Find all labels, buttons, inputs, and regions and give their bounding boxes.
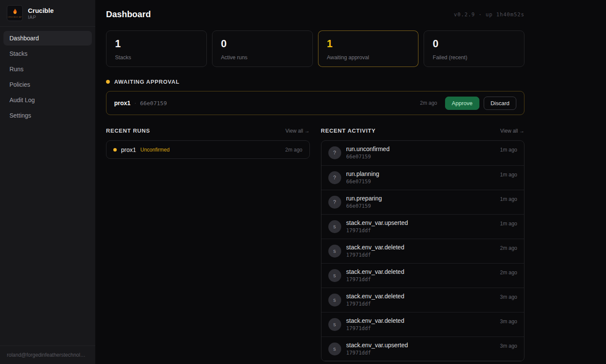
- activity-time: 2m ago: [500, 245, 517, 251]
- stat-card-stacks: 1 Stacks: [106, 30, 207, 67]
- stat-label: Failed (recent): [433, 55, 515, 61]
- activity-item: s stack.env_var.deleted 17971ddf 3m ago: [321, 288, 524, 312]
- activity-time: 1m ago: [500, 221, 517, 227]
- activity-time: 2m ago: [500, 270, 517, 276]
- sidebar: CRUCIBLE IAP Crucible IAP Dashboard Stac…: [0, 0, 95, 364]
- activity-title: stack.env_var.deleted: [346, 317, 404, 324]
- stat-cards: 1 Stacks 0 Active runs 1 Awaiting approv…: [106, 30, 524, 67]
- recent-runs-heading: RECENT RUNS: [106, 127, 150, 134]
- stat-value: 1: [115, 38, 198, 49]
- run-name: prox1: [121, 146, 136, 153]
- sidebar-item-dashboard[interactable]: Dashboard: [3, 31, 92, 46]
- run-event-icon: ?: [328, 146, 341, 159]
- recent-runs-section: RECENT RUNS View all → prox1 Unconfirmed…: [106, 127, 310, 361]
- stat-card-awaiting-approval: 1 Awaiting approval: [318, 30, 419, 67]
- page-title: Dashboard: [106, 9, 151, 19]
- run-status-badge: Unconfirmed: [140, 147, 170, 153]
- recent-activity-view-all-link[interactable]: View all →: [500, 128, 524, 134]
- activity-time: 1m ago: [500, 147, 517, 153]
- sidebar-nav: Dashboard Stacks Runs Policies Audit Log…: [0, 27, 95, 128]
- activity-hash: 66e07159: [346, 154, 390, 160]
- activity-item: s stack.env_var.deleted 17971ddf 2m ago: [321, 239, 524, 263]
- sidebar-item-audit-log[interactable]: Audit Log: [3, 93, 92, 107]
- activity-title: run.unconfirmed: [346, 146, 390, 152]
- activity-time: 1m ago: [500, 172, 517, 178]
- activity-time: 3m ago: [500, 318, 517, 325]
- user-email: roland@forgedinfeatherstechnol…: [0, 346, 95, 364]
- activity-item: s stack.env_var.deleted 17971ddf 2m ago: [321, 263, 524, 288]
- approval-run-hash: 66e07159: [140, 100, 167, 106]
- stack-event-icon: s: [328, 343, 341, 355]
- activity-item: ? run.preparing 66e07159 1m ago: [321, 190, 524, 214]
- activity-hash: 17971ddf: [346, 350, 408, 356]
- recent-runs-view-all-link[interactable]: View all →: [285, 128, 309, 134]
- stat-value: 0: [221, 38, 304, 49]
- activity-item: s stack.env_var.upserted 17971ddf 1m ago: [321, 214, 524, 239]
- run-event-icon: ?: [328, 171, 341, 184]
- sidebar-item-stacks[interactable]: Stacks: [3, 46, 92, 61]
- stat-label: Stacks: [115, 55, 198, 61]
- activity-hash: 17971ddf: [346, 252, 404, 258]
- stack-event-icon: s: [328, 245, 341, 258]
- activity-time: 1m ago: [500, 196, 517, 202]
- activity-hash: 66e07159: [346, 203, 382, 209]
- activity-hash: 17971ddf: [346, 228, 408, 234]
- run-time: 2m ago: [285, 147, 302, 153]
- awaiting-dot-icon: [106, 80, 110, 84]
- sidebar-item-policies[interactable]: Policies: [3, 77, 92, 92]
- activity-item: ? run.unconfirmed 66e07159 1m ago: [321, 141, 524, 165]
- activity-title: run.planning: [346, 170, 379, 177]
- activity-hash: 66e07159: [346, 179, 379, 185]
- crucible-flame-icon: [12, 9, 18, 15]
- activity-item: ? run.planning 66e07159 1m ago: [321, 165, 524, 190]
- stat-label: Active runs: [221, 55, 304, 61]
- approval-stack-name: prox1: [114, 100, 130, 106]
- app-subtitle: IAP: [28, 15, 54, 20]
- approval-time: 2m ago: [420, 100, 437, 106]
- awaiting-approval-panel: prox1 · 66e07159 2m ago Approve Discard: [106, 91, 524, 115]
- stat-card-failed-recent: 0 Failed (recent): [424, 30, 524, 67]
- activity-title: stack.env_var.upserted: [346, 219, 408, 226]
- app-logo: CRUCIBLE IAP: [7, 5, 23, 21]
- stat-value: 0: [433, 38, 515, 49]
- recent-activity-heading: RECENT ACTIVITY: [321, 127, 376, 134]
- app-name: Crucible: [28, 7, 54, 14]
- stat-value: 1: [327, 38, 410, 49]
- activity-title: stack.env_var.upserted: [346, 342, 408, 349]
- activity-title: stack.env_var.deleted: [346, 268, 404, 275]
- run-list-item[interactable]: prox1 Unconfirmed 2m ago: [106, 140, 310, 159]
- stat-label: Awaiting approval: [327, 55, 410, 61]
- stack-event-icon: s: [328, 269, 341, 282]
- activity-hash: 17971ddf: [346, 276, 404, 282]
- logo-caption: CRUCIBLE IAP: [8, 16, 22, 18]
- run-event-icon: ?: [328, 196, 341, 209]
- separator: ·: [134, 100, 136, 106]
- discard-button[interactable]: Discard: [484, 97, 516, 110]
- approve-button[interactable]: Approve: [445, 97, 479, 110]
- stack-event-icon: s: [328, 294, 341, 306]
- activity-title: stack.env_var.deleted: [346, 293, 404, 300]
- approval-row: prox1 · 66e07159 2m ago Approve Discard: [106, 91, 524, 115]
- activity-hash: 17971ddf: [346, 301, 404, 307]
- stat-card-active-runs: 0 Active runs: [212, 30, 313, 67]
- activity-title: stack.env_var.deleted: [346, 244, 404, 251]
- activity-list: ? run.unconfirmed 66e07159 1m ago ? run.…: [321, 140, 525, 361]
- run-status-dot-icon: [113, 148, 117, 152]
- activity-time: 3m ago: [500, 343, 517, 349]
- activity-item: s stack.env_var.upserted 17971ddf 3m ago: [321, 337, 524, 361]
- sidebar-item-settings[interactable]: Settings: [3, 108, 92, 123]
- recent-activity-section: RECENT ACTIVITY View all → ? run.unconfi…: [321, 127, 525, 361]
- awaiting-approval-heading: AWAITING APPROVAL: [114, 79, 179, 85]
- stack-event-icon: s: [328, 318, 341, 331]
- activity-item: s stack.env_var.deleted 17971ddf 3m ago: [321, 312, 524, 337]
- activity-hash: 17971ddf: [346, 325, 404, 331]
- stack-event-icon: s: [328, 220, 341, 233]
- activity-time: 3m ago: [500, 294, 517, 300]
- version-uptime: v0.2.9 · up 1h40m52s: [454, 12, 525, 18]
- activity-title: run.preparing: [346, 195, 382, 202]
- main-area: Dashboard v0.2.9 · up 1h40m52s 1 Stacks …: [95, 0, 606, 364]
- brand-header: CRUCIBLE IAP Crucible IAP: [0, 0, 95, 27]
- sidebar-item-runs[interactable]: Runs: [3, 62, 92, 76]
